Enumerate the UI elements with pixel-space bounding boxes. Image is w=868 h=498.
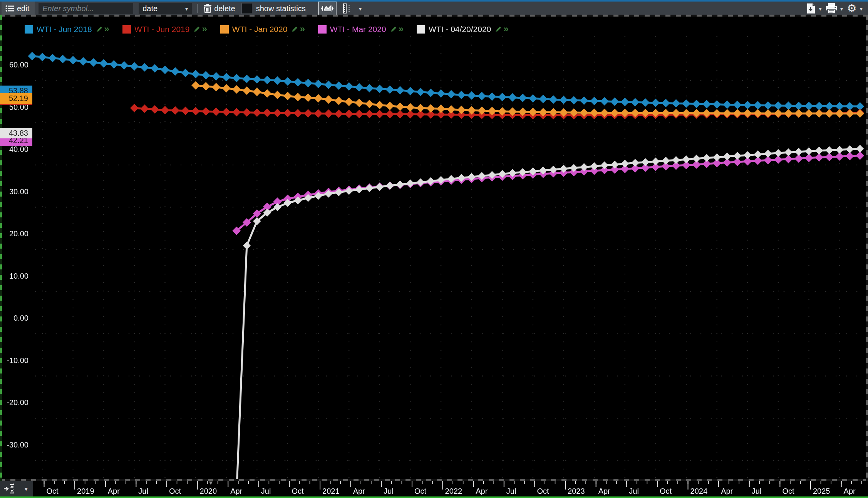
price-badge: 52.19 xyxy=(0,93,32,104)
pencil-icon[interactable] xyxy=(494,25,502,33)
window-bottom-accent xyxy=(0,496,868,498)
export-caret[interactable]: ▾ xyxy=(819,6,822,12)
edit-button[interactable]: edit xyxy=(2,2,35,15)
chevron-down-icon: ▾ xyxy=(185,6,188,12)
legend-item[interactable]: WTI - 04/20/2020 » xyxy=(417,25,509,34)
gear-icon: ⚙ xyxy=(847,3,856,14)
axis-tool-caret[interactable]: ▾ xyxy=(25,486,28,492)
plot-border-left xyxy=(0,15,2,481)
legend-item[interactable]: WTI - Jun 2018 » xyxy=(25,25,109,34)
axis-position-marker[interactable]: ▼ xyxy=(208,479,214,486)
futures-curve-app: edit date ▾ delete show statis xyxy=(0,0,868,498)
y-axis-label: 10.00 xyxy=(1,272,28,281)
legend-swatch xyxy=(318,25,327,34)
y-axis-label: 30.00 xyxy=(1,187,28,196)
price-badge: 43.83 xyxy=(0,128,32,138)
y-axis-label: -30.00 xyxy=(1,441,28,449)
list-icon xyxy=(5,5,14,12)
legend-swatch xyxy=(25,25,33,34)
symbol-input[interactable] xyxy=(39,3,133,14)
export-button[interactable]: ▾ xyxy=(806,3,822,14)
double-chevron-icon[interactable]: » xyxy=(399,24,404,34)
toolbar-separator xyxy=(197,4,198,13)
legend-label: WTI - Jun 2018 xyxy=(37,25,92,34)
double-chevron-icon[interactable]: » xyxy=(104,24,109,34)
futures-curves-chart[interactable] xyxy=(0,33,868,495)
print-button[interactable]: ▾ xyxy=(826,3,843,14)
legend-label: WTI - Mar 2020 xyxy=(330,25,386,34)
y-axis-label: 40.00 xyxy=(1,145,28,154)
pencil-icon[interactable] xyxy=(96,25,103,33)
fit-chart-icon xyxy=(321,4,334,13)
plot-border-top xyxy=(0,15,868,17)
ruler-icon xyxy=(342,3,352,13)
plot-border-right xyxy=(866,15,868,481)
y-axis-label: -20.00 xyxy=(1,398,28,407)
legend-swatch xyxy=(220,25,229,34)
legend-item[interactable]: WTI - Mar 2020 » xyxy=(318,25,404,34)
legend-item[interactable]: WTI - Jan 2020 » xyxy=(220,25,305,34)
date-dropdown[interactable]: date ▾ xyxy=(139,3,192,14)
double-chevron-icon[interactable]: » xyxy=(202,24,207,34)
double-chevron-icon[interactable]: » xyxy=(300,24,305,34)
legend-swatch xyxy=(122,25,131,34)
y-axis-label: 60.00 xyxy=(1,61,28,69)
delete-button-label: delete xyxy=(214,4,235,13)
pencil-icon[interactable] xyxy=(390,25,397,33)
fit-chart-button[interactable] xyxy=(318,2,337,15)
legend-label: WTI - Jan 2020 xyxy=(232,25,288,34)
legend-item[interactable]: WTI - Jun 2019 » xyxy=(122,25,207,34)
chart-plot-area: WTI - Jun 2018 » WTI - Jun 2019 » WTI - … xyxy=(0,15,868,481)
settings-button[interactable]: ⚙ ▾ xyxy=(847,3,863,14)
settings-caret[interactable]: ▾ xyxy=(860,6,863,12)
show-statistics-checkbox[interactable] xyxy=(241,3,252,14)
chart-legend: WTI - Jun 2018 » WTI - Jun 2019 » WTI - … xyxy=(25,25,509,34)
printer-icon xyxy=(826,3,837,14)
export-icon xyxy=(806,3,816,14)
legend-label: WTI - Jun 2019 xyxy=(134,25,190,34)
trash-icon xyxy=(203,4,212,13)
date-dropdown-value: date xyxy=(142,4,158,13)
x-axis[interactable] xyxy=(0,481,868,496)
ruler-button[interactable] xyxy=(341,2,354,15)
axis-scale-tool[interactable]: ▾ xyxy=(0,481,33,496)
y-axis-label: 0.00 xyxy=(1,314,28,323)
edit-button-label: edit xyxy=(17,4,29,13)
axis-scale-icon xyxy=(3,483,19,495)
pencil-icon[interactable] xyxy=(291,25,298,33)
chart-options-caret[interactable]: ▾ xyxy=(359,6,362,12)
legend-swatch xyxy=(417,25,425,34)
y-axis-label: 20.00 xyxy=(1,229,28,238)
toolbar: edit date ▾ delete show statis xyxy=(0,0,868,15)
legend-label: WTI - 04/20/2020 xyxy=(429,25,491,34)
y-axis-label: -10.00 xyxy=(1,356,28,365)
pencil-icon[interactable] xyxy=(193,25,201,33)
double-chevron-icon[interactable]: » xyxy=(503,24,508,34)
show-statistics-label: show statistics xyxy=(256,4,306,13)
delete-button[interactable]: delete xyxy=(203,4,235,13)
print-caret[interactable]: ▾ xyxy=(840,6,843,12)
